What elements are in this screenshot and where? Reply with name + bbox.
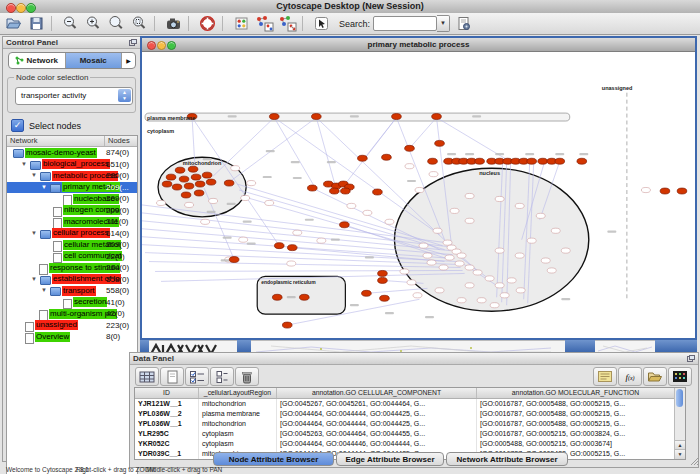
tree-row[interactable]: ▼transport558(0) xyxy=(7,285,137,297)
tree-col-network[interactable]: Network xyxy=(10,136,38,146)
table-cell[interactable]: [GO:0005488, GO:0005215, GO:0003674] xyxy=(477,439,675,449)
annotation-node[interactable] xyxy=(507,278,516,283)
annotation-node[interactable] xyxy=(527,238,536,243)
network-node[interactable] xyxy=(195,181,205,187)
tab-edge-attribute-browser[interactable]: Edge Attribute Browser xyxy=(336,452,444,466)
tab-overflow-arrow[interactable]: ▶ xyxy=(122,53,135,68)
expand-triangle-icon[interactable]: ▼ xyxy=(31,274,37,285)
tab-network-attribute-browser[interactable]: Network Attribute Browser xyxy=(446,452,568,466)
network-node[interactable] xyxy=(184,183,194,189)
annotation-node[interactable] xyxy=(423,253,432,258)
annotation-icon[interactable] xyxy=(232,15,251,32)
tree-row[interactable]: ▼metabolic process280(0) xyxy=(7,170,137,182)
tree-row[interactable]: nitrogen compo209(0) xyxy=(7,205,137,217)
network-node[interactable] xyxy=(194,190,204,196)
annotation-node[interactable] xyxy=(515,203,524,208)
select-nodes-checkbox[interactable]: ✓ xyxy=(11,119,24,132)
float-panel-icon[interactable] xyxy=(687,355,695,362)
network-node[interactable] xyxy=(475,158,485,164)
resize-grip-icon[interactable] xyxy=(690,457,699,466)
annotation-node[interactable] xyxy=(551,228,560,233)
table-cell[interactable]: [GO:0044464, GO:0044446, GO:0044444, G..… xyxy=(277,439,477,449)
table-cell[interactable]: [GO:0016787, GO:0005215, GO:0003824, G..… xyxy=(477,429,675,439)
background-window-border[interactable] xyxy=(140,340,149,352)
network-node[interactable] xyxy=(299,294,309,300)
expand-triangle-icon[interactable]: ▼ xyxy=(41,182,47,193)
attribute-batch-editor-icon[interactable] xyxy=(185,367,209,386)
network-node[interactable] xyxy=(358,155,368,161)
background-window-fragment[interactable] xyxy=(149,340,237,352)
annotation-node[interactable] xyxy=(547,268,556,273)
tree-row[interactable]: ▼cellular process614(0) xyxy=(7,228,137,240)
network-node[interactable] xyxy=(206,179,216,185)
delete-attribute-icon[interactable] xyxy=(235,367,259,386)
annotation-node[interactable] xyxy=(641,187,650,192)
annotation-node[interactable] xyxy=(495,248,504,253)
annotation-node[interactable] xyxy=(231,166,240,171)
annotation-node[interactable] xyxy=(457,253,466,258)
annotation-node[interactable] xyxy=(405,164,414,169)
annotation-node[interactable] xyxy=(317,238,326,243)
background-window-fragment[interactable] xyxy=(595,340,655,352)
network-node[interactable] xyxy=(378,270,388,276)
network-window-titlebar[interactable]: primary metabolic process xyxy=(142,38,695,52)
network-node[interactable] xyxy=(179,176,189,182)
network-node[interactable] xyxy=(380,295,390,301)
annotation-node[interactable] xyxy=(415,187,424,192)
table-cell[interactable]: mitochondrion xyxy=(199,419,277,429)
network-node[interactable] xyxy=(175,167,185,173)
tree-col-nodes[interactable]: Nodes xyxy=(104,136,137,146)
tab-mosaic[interactable]: Mosaic xyxy=(66,53,123,68)
annotation-node[interactable] xyxy=(515,253,524,258)
annotation-node[interactable] xyxy=(400,269,409,274)
annotation-node[interactable] xyxy=(439,265,448,270)
table-cell[interactable]: YPL036W__1 xyxy=(135,419,199,429)
zoom-selected-icon[interactable] xyxy=(130,15,149,32)
network-node[interactable] xyxy=(577,158,587,164)
annotation-node[interactable] xyxy=(433,228,442,233)
table-cell[interactable]: cytoplasm xyxy=(199,439,277,449)
network-node[interactable] xyxy=(405,145,415,151)
select-attributes-icon[interactable] xyxy=(135,367,159,386)
network-node[interactable] xyxy=(272,294,282,300)
annotation-node[interactable] xyxy=(495,283,504,288)
network-node[interactable] xyxy=(555,158,565,164)
annotation-node[interactable] xyxy=(465,218,474,223)
annotation-node[interactable] xyxy=(495,196,504,201)
table-row[interactable]: YJR121W__1mitochondrion[GO:0045267, GO:0… xyxy=(135,399,675,409)
zoom-fit-icon[interactable] xyxy=(107,15,126,32)
network-node[interactable] xyxy=(428,158,438,164)
formula-builder-icon[interactable]: f(x) xyxy=(618,367,642,386)
annotation-node[interactable] xyxy=(185,202,194,207)
open-session-icon[interactable] xyxy=(4,15,23,32)
import-attributes-icon[interactable] xyxy=(643,367,667,386)
annotation-node[interactable] xyxy=(239,237,248,242)
scroll-down-arrow[interactable]: ▼ xyxy=(675,449,685,459)
annotation-node[interactable] xyxy=(347,203,356,208)
network-node[interactable] xyxy=(312,114,322,120)
expand-triangle-icon[interactable]: ▼ xyxy=(21,159,27,170)
annotation-node[interactable] xyxy=(427,260,436,265)
expand-triangle-icon[interactable]: ▼ xyxy=(41,285,47,296)
network-node[interactable] xyxy=(162,181,172,187)
network-node[interactable] xyxy=(392,114,402,120)
network-node[interactable] xyxy=(188,166,198,172)
network-node[interactable] xyxy=(287,245,297,251)
tree-row[interactable]: macromolecule311(0) xyxy=(7,216,137,228)
network-canvas[interactable]: plasma membrane cytoplasm mitochondrion … xyxy=(142,52,695,338)
network-node[interactable] xyxy=(191,174,201,180)
table-cell[interactable]: YDR039C__1 xyxy=(135,449,199,459)
network-node[interactable] xyxy=(274,243,284,249)
annotation-node[interactable] xyxy=(490,303,499,308)
table-cell[interactable]: [GO:0016787, GO:0005488, GO:0005215, G..… xyxy=(477,409,675,419)
zoom-in-icon[interactable] xyxy=(84,15,103,32)
tree-item-label[interactable]: biological_process xyxy=(42,159,110,169)
annotation-node[interactable] xyxy=(473,270,482,275)
annotation-node[interactable] xyxy=(477,298,486,303)
tree-row[interactable]: unassigned223(0) xyxy=(7,320,137,332)
tree-item-label[interactable]: unassigned xyxy=(35,320,78,330)
tree-row[interactable]: response to stimulu264(0) xyxy=(7,262,137,274)
network-node[interactable] xyxy=(538,158,548,164)
tree-row[interactable]: multi-organism pro42(0) xyxy=(7,308,137,320)
network-node[interactable] xyxy=(382,154,392,160)
